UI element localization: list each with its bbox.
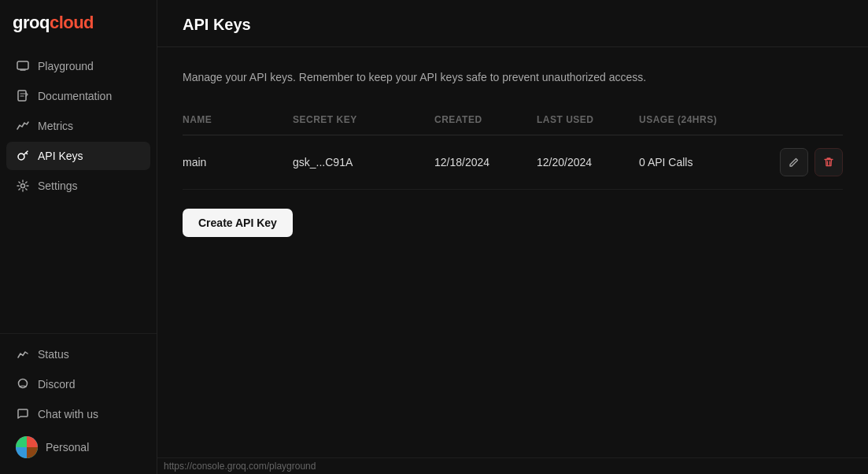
api-keys-icon (16, 149, 30, 163)
sidebar-item-discord-label: Discord (38, 378, 75, 391)
status-icon (16, 347, 30, 361)
avatar (16, 436, 38, 458)
main-content: API Keys Manage your API keys. Remember … (157, 0, 868, 474)
col-actions (765, 108, 843, 135)
table-header: NAME SECRET KEY CREATED LAST USED USAGE … (183, 108, 843, 135)
documentation-icon (16, 89, 30, 103)
user-section[interactable]: Personal (6, 430, 150, 465)
col-created: CREATED (434, 108, 537, 135)
sidebar-item-playground[interactable]: Playground (6, 52, 150, 80)
settings-icon (16, 179, 30, 193)
sidebar-item-api-keys-label: API Keys (38, 150, 83, 162)
table-row: main gsk_...C91A 12/18/2024 12/20/2024 0… (183, 135, 843, 190)
row-name: main (183, 135, 293, 190)
content-area: Manage your API keys. Remember to keep y… (157, 47, 868, 457)
row-actions (765, 135, 843, 190)
page-header: API Keys (157, 0, 868, 47)
col-usage: USAGE (24HRS) (639, 108, 765, 135)
user-label: Personal (46, 441, 89, 454)
sidebar-item-discord[interactable]: Discord (6, 370, 150, 398)
logo-cloud: cloud (50, 13, 94, 32)
status-url: https://console.groq.com/playground (164, 461, 316, 472)
sidebar-item-metrics-label: Metrics (38, 120, 73, 132)
logo-groq: groq (13, 13, 50, 32)
sidebar-item-status[interactable]: Status (6, 340, 150, 368)
col-name: NAME (183, 108, 293, 135)
sidebar-item-chat-label: Chat with us (38, 408, 98, 420)
metrics-icon (16, 119, 30, 133)
svg-point-2 (18, 154, 24, 160)
col-last-used: LAST USED (537, 108, 639, 135)
playground-icon (16, 59, 30, 73)
chat-icon (16, 407, 30, 421)
row-last-used: 12/20/2024 (537, 135, 639, 190)
row-usage: 0 API Calls (639, 135, 765, 190)
sidebar-item-chat[interactable]: Chat with us (6, 400, 150, 428)
page-title: API Keys (183, 16, 843, 34)
col-secret: SECRET KEY (293, 108, 434, 135)
svg-point-3 (21, 184, 25, 188)
page-description: Manage your API keys. Remember to keep y… (183, 69, 843, 86)
edit-key-button[interactable] (780, 148, 808, 176)
sidebar-item-status-label: Status (38, 348, 69, 361)
sidebar-item-documentation-label: Documentation (38, 90, 112, 102)
delete-key-button[interactable] (814, 148, 843, 176)
sidebar-item-documentation[interactable]: Documentation (6, 82, 150, 110)
discord-icon (16, 377, 30, 391)
sidebar-nav: Playground Documentation (0, 49, 157, 333)
sidebar: groqcloud Playground (0, 0, 157, 474)
table-body: main gsk_...C91A 12/18/2024 12/20/2024 0… (183, 135, 843, 190)
sidebar-item-metrics[interactable]: Metrics (6, 112, 150, 140)
row-secret: gsk_...C91A (293, 135, 434, 190)
sidebar-item-settings[interactable]: Settings (6, 172, 150, 200)
status-bar: https://console.groq.com/playground (157, 457, 868, 474)
sidebar-item-api-keys[interactable]: API Keys (6, 142, 150, 170)
api-keys-table: NAME SECRET KEY CREATED LAST USED USAGE … (183, 108, 843, 190)
row-created: 12/18/2024 (434, 135, 537, 190)
sidebar-item-settings-label: Settings (38, 180, 78, 192)
sidebar-item-playground-label: Playground (38, 60, 94, 72)
sidebar-bottom: Status Discord Chat wit (0, 333, 157, 474)
create-api-key-button[interactable]: Create API Key (183, 209, 293, 237)
svg-rect-0 (17, 61, 28, 69)
logo: groqcloud (0, 0, 157, 49)
